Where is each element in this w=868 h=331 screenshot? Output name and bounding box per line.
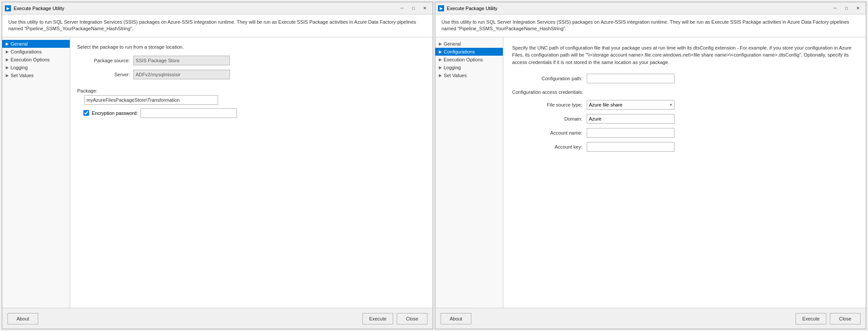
window-title-1: Execute Package Utility [14,6,65,11]
account-key-row: Account key: [521,142,857,152]
encryption-checkbox[interactable] [83,110,89,116]
arrow-icon-logging-2: ▶ [439,65,442,70]
sidebar-label-general-1: General [11,41,28,46]
arrow-icon-exec-2: ▶ [439,57,442,62]
account-key-input[interactable] [587,142,674,152]
package-input[interactable] [84,95,218,105]
window-controls-2: ─ □ ✕ [830,4,863,12]
server-row: Server: ADFv2/mysqlmissisir [77,70,426,79]
close-button-1[interactable]: ✕ [420,4,430,12]
sidebar-item-execution-options-1[interactable]: ▶ Execution Options [2,56,70,64]
arrow-icon-general-1: ▶ [6,42,9,46]
sidebar-label-logging-2: Logging [444,65,461,70]
description-text-1: Use this utility to run SQL Server Integ… [8,19,416,31]
minimize-button-2[interactable]: ─ [830,4,840,12]
about-button-2[interactable]: About [441,313,471,324]
maximize-button-2[interactable]: □ [841,4,852,12]
window-2: ▶ Execute Package Utility ─ □ ✕ Use this… [435,2,866,329]
config-path-input[interactable] [587,74,674,83]
title-bar-left-2: ▶ Execute Package Utility [438,5,498,11]
config-path-row: Configuration path: [512,74,857,83]
window-1: ▶ Execute Package Utility ─ □ ✕ Use this… [2,2,433,329]
sidebar-label-exec-2: Execution Options [444,57,483,62]
sidebar-item-general-2[interactable]: ▶ General [435,40,503,48]
sidebar-label-exec-1: Execution Options [11,57,50,62]
arrow-icon-exec-1: ▶ [6,57,9,62]
file-source-type-row: File source type: Azure file share Netwo… [521,100,857,110]
package-section: Package: Encryption password: [77,88,426,118]
sidebar-label-logging-1: Logging [11,65,28,70]
server-label: Server: [77,72,130,77]
panel-title-1: Select the package to run from a storage… [77,44,426,50]
config-description-text: Specify the UNC path of configuration fi… [512,44,857,66]
arrow-icon-setvalues-2: ▶ [439,73,442,78]
sidebar-item-configurations-1[interactable]: ▶ Configurations [2,48,70,56]
account-name-row: Account name: [521,128,857,138]
close-button-2[interactable]: ✕ [853,4,863,12]
arrow-icon-setvalues-1: ▶ [6,73,9,78]
footer-right-1: Execute Close [362,313,427,324]
encryption-label: Encryption password: [92,110,138,116]
arrow-icon-logging-1: ▶ [6,65,9,70]
arrow-icon-general-2: ▶ [439,42,442,46]
encryption-row: Encryption password: [83,108,426,118]
title-bar-left-1: ▶ Execute Package Utility [5,5,65,11]
sidebar-label-configurations-1: Configurations [11,49,42,54]
maximize-button-1[interactable]: □ [408,4,419,12]
window-title-2: Execute Package Utility [447,6,498,11]
file-source-type-label: File source type: [521,102,582,107]
content-area-1: ▶ General ▶ Configurations ▶ Execution O… [2,37,433,308]
arrow-icon-configurations-2: ▶ [439,50,442,54]
execute-button-1[interactable]: Execute [362,313,393,324]
sidebar-label-general-2: General [444,41,461,46]
minimize-button-1[interactable]: ─ [397,4,407,12]
main-panel-1: Select the package to run from a storage… [70,37,433,308]
about-button-1[interactable]: About [7,313,38,324]
server-select[interactable]: ADFv2/mysqlmissisir [133,70,230,79]
description-bar-2: Use this utility to run SQL Server Integ… [435,14,866,37]
package-label: Package: [77,88,426,93]
config-path-label: Configuration path: [512,76,582,81]
sidebar-item-set-values-2[interactable]: ▶ Set Values [435,71,503,79]
footer-right-2: Execute Close [796,313,861,324]
sidebar-item-general-1[interactable]: ▶ General [2,40,70,48]
sidebar-label-setvalues-1: Set Values [11,73,33,78]
close-button-footer-1[interactable]: Close [397,313,427,324]
right-main-panel: Specify the UNC path of configuration fi… [503,37,866,308]
app-icon-1: ▶ [5,5,11,11]
sidebar-1: ▶ General ▶ Configurations ▶ Execution O… [2,37,70,308]
execute-button-2[interactable]: Execute [796,313,826,324]
title-bar-2: ▶ Execute Package Utility ─ □ ✕ [435,2,866,14]
sidebar-label-setvalues-2: Set Values [444,73,466,78]
window-controls-1: ─ □ ✕ [397,4,430,12]
app-icon-2: ▶ [438,5,444,11]
domain-label: Domain: [521,116,582,121]
title-bar-1: ▶ Execute Package Utility ─ □ ✕ [2,2,433,14]
file-source-select-wrapper: Azure file share Network share [587,100,674,110]
footer-bar-1: About Execute Close [2,308,433,329]
package-source-label: Package source: [77,58,130,63]
sidebar-item-logging-2[interactable]: ▶ Logging [435,64,503,71]
sidebar-item-execution-options-2[interactable]: ▶ Execution Options [435,56,503,64]
account-name-input[interactable] [587,128,674,138]
credentials-header: Configuration access credentials: [512,89,857,95]
description-bar-1: Use this utility to run SQL Server Integ… [2,14,433,37]
file-source-type-select[interactable]: Azure file share Network share [587,100,674,110]
description-text-2: Use this utility to run SQL Server Integ… [441,19,849,31]
arrow-icon-configurations-1: ▶ [6,50,9,54]
footer-bar-2: About Execute Close [435,308,866,329]
sidebar-label-configurations-2: Configurations [444,49,475,54]
sidebar-item-set-values-1[interactable]: ▶ Set Values [2,71,70,79]
sidebar-item-configurations-2[interactable]: ▶ Configurations [435,48,503,56]
account-key-label: Account key: [521,144,582,149]
domain-input[interactable] [587,114,674,124]
sidebar-item-logging-1[interactable]: ▶ Logging [2,64,70,71]
encryption-password-input[interactable] [140,108,237,118]
account-name-label: Account name: [521,130,582,135]
close-button-footer-2[interactable]: Close [830,313,861,324]
sidebar-2: ▶ General ▶ Configurations ▶ Execution O… [435,37,503,308]
content-area-2: ▶ General ▶ Configurations ▶ Execution O… [435,37,866,308]
domain-row: Domain: [521,114,857,124]
package-source-input[interactable] [133,56,230,65]
package-source-row: Package source: [77,56,426,65]
